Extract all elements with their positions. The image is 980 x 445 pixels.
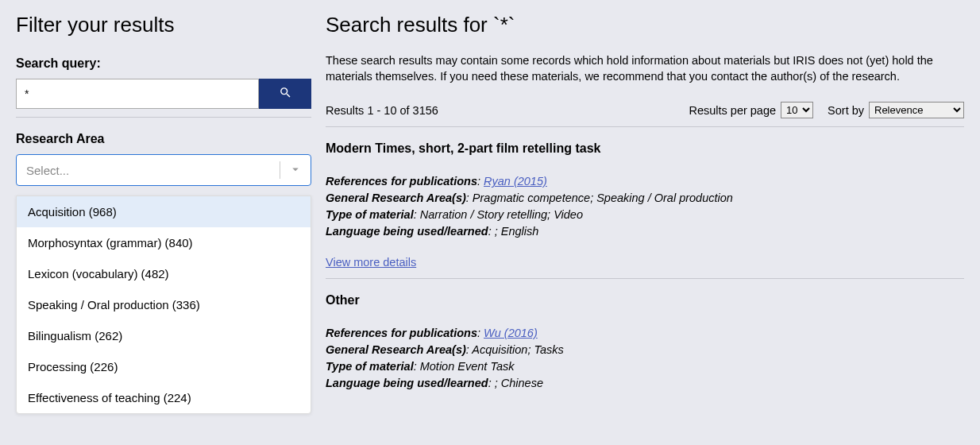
result-title: Other: [326, 293, 964, 308]
meta-key-type: Type of material: [326, 208, 414, 221]
meta-val-area: : Pragmatic competence; Speaking / Oral …: [466, 192, 733, 204]
meta-val-type: : Motion Event Task: [414, 360, 515, 373]
search-button[interactable]: [259, 79, 311, 109]
reference-link[interactable]: Wu (2016): [484, 327, 538, 339]
dropdown-option[interactable]: Morphosyntax (grammar) (840): [17, 227, 311, 258]
meta-key-type: Type of material: [326, 360, 414, 373]
sort-by-select[interactable]: Relevence: [869, 102, 964, 118]
divider: [16, 117, 311, 118]
meta-key-lang: Language being used/learned: [326, 225, 488, 238]
dropdown-option[interactable]: Processing (226): [17, 351, 311, 382]
research-area-input[interactable]: [25, 163, 275, 178]
results-title: Search results for `*`: [326, 13, 964, 37]
result-item: Other References for publications: Wu (2…: [326, 293, 964, 392]
meta-key-area: General Research Area(s): [326, 192, 466, 204]
divider: [326, 126, 964, 127]
meta-val-lang: : ; English: [488, 225, 539, 238]
results-per-page-label: Results per page: [689, 104, 776, 117]
result-item: Modern Times, short, 2-part film retelli…: [326, 141, 964, 273]
meta-key-references: References for publications: [326, 327, 477, 339]
divider: [326, 278, 964, 279]
dropdown-option[interactable]: Acquisition (968): [17, 196, 311, 227]
sort-by-label: Sort by: [828, 104, 864, 117]
research-area-label: Research Area: [16, 132, 311, 146]
meta-key-area: General Research Area(s): [326, 343, 466, 356]
results-main: Search results for `*` These search resu…: [326, 8, 964, 437]
meta-val-type: : Narration / Story retelling; Video: [414, 208, 583, 221]
research-area-dropdown: Acquisition (968)Morphosyntax (grammar) …: [16, 195, 311, 414]
view-more-details-link[interactable]: View more details: [326, 256, 416, 269]
dropdown-option[interactable]: Bilingualism (262): [17, 320, 311, 351]
results-per-page-select[interactable]: 10: [781, 102, 813, 118]
filter-sidebar: Filter your results Search query: Resear…: [16, 8, 311, 437]
search-icon: [279, 86, 292, 102]
dropdown-option[interactable]: Speaking / Oral production (336): [17, 289, 311, 320]
meta-key-lang: Language being used/learned: [326, 377, 488, 389]
meta-val-area: : Acquisition; Tasks: [466, 343, 564, 356]
meta-key-references: References for publications: [326, 175, 477, 188]
results-count: Results 1 - 10 of 3156: [326, 104, 674, 117]
divider: [280, 161, 280, 179]
search-query-label: Search query:: [16, 56, 311, 71]
dropdown-option[interactable]: Effectiveness of teaching (224): [17, 382, 311, 413]
result-title: Modern Times, short, 2-part film retelli…: [326, 141, 964, 156]
results-disclaimer: These search results may contain some re…: [326, 53, 964, 84]
filter-title: Filter your results: [16, 13, 311, 37]
research-area-select[interactable]: [16, 154, 311, 186]
search-input[interactable]: [16, 79, 259, 109]
reference-link[interactable]: Ryan (2015): [484, 175, 547, 188]
dropdown-option[interactable]: Lexicon (vocabulary) (482): [17, 258, 311, 289]
chevron-down-icon[interactable]: [288, 162, 303, 179]
meta-val-lang: : ; Chinese: [488, 377, 543, 389]
